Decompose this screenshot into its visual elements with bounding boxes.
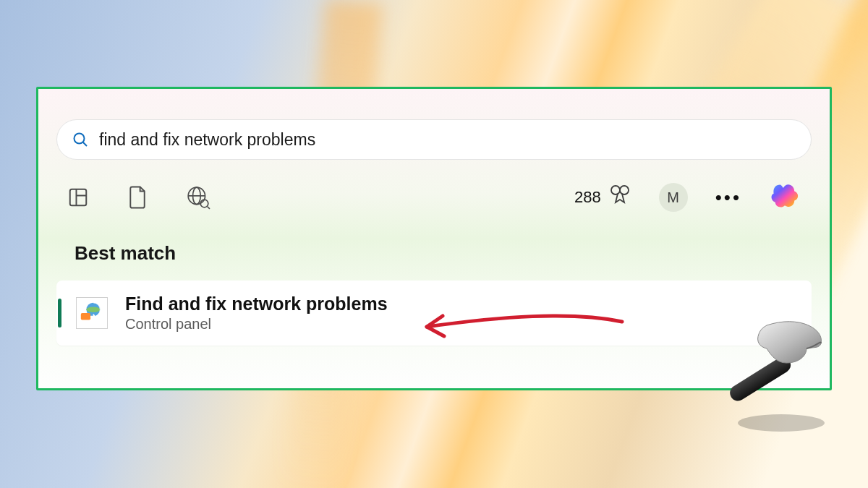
result-title: Find and fix network problems <box>125 294 388 314</box>
search-bar[interactable] <box>56 119 812 160</box>
web-icon[interactable] <box>186 185 210 210</box>
rewards-badge-icon <box>608 184 631 211</box>
documents-icon[interactable] <box>127 185 148 210</box>
svg-point-8 <box>200 200 208 207</box>
result-subtitle: Control panel <box>125 316 388 333</box>
copilot-icon[interactable] <box>769 180 801 215</box>
search-icon <box>72 131 89 148</box>
svg-rect-2 <box>70 189 87 206</box>
search-panel: 288 M ••• <box>36 87 832 390</box>
apps-icon[interactable] <box>67 187 89 208</box>
svg-point-10 <box>611 186 620 194</box>
svg-rect-14 <box>81 313 90 320</box>
svg-line-9 <box>208 207 210 209</box>
rewards-counter[interactable]: 288 <box>574 184 631 211</box>
rewards-points: 288 <box>574 188 601 207</box>
selection-indicator <box>58 299 61 328</box>
svg-point-13 <box>86 307 100 312</box>
svg-point-11 <box>620 186 629 194</box>
troubleshooter-icon <box>76 297 108 329</box>
svg-point-0 <box>75 134 85 144</box>
best-match-heading: Best match <box>75 242 830 265</box>
filter-toolbar: 288 M ••• <box>67 180 801 215</box>
best-match-result[interactable]: Find and fix network problems Control pa… <box>56 281 812 346</box>
avatar-initial: M <box>667 189 679 206</box>
svg-line-1 <box>83 142 87 146</box>
svg-point-15 <box>738 414 825 432</box>
search-input[interactable] <box>99 130 796 150</box>
user-avatar[interactable]: M <box>659 183 688 212</box>
